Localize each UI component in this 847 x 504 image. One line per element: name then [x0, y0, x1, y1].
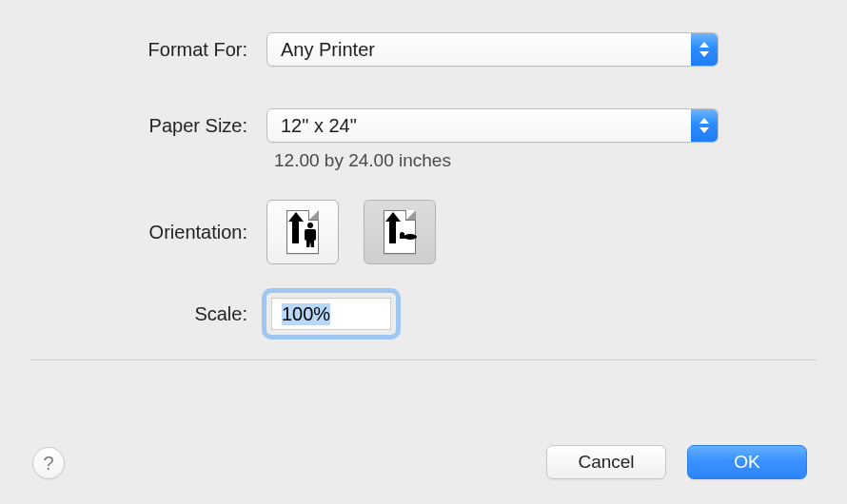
cancel-button[interactable]: Cancel: [546, 445, 666, 479]
svg-marker-3: [699, 127, 709, 133]
paper-size-description: 12.00 by 24.00 inches: [266, 150, 801, 171]
button-bar: Cancel OK: [546, 445, 807, 479]
updown-arrows-icon: [691, 109, 718, 142]
label-format-for: Format For:: [46, 39, 266, 61]
svg-marker-1: [699, 51, 709, 57]
scale-focus-ring: [266, 293, 396, 335]
label-paper-size: Paper Size:: [46, 115, 266, 137]
arrow-up-icon: [389, 221, 396, 243]
row-orientation: Orientation:: [46, 200, 801, 264]
arrow-up-icon: [292, 221, 299, 243]
row-scale: Scale:: [46, 293, 801, 335]
row-format-for: Format For: Any Printer: [46, 32, 801, 67]
page-setup-dialog: Format For: Any Printer Paper Size:: [0, 0, 847, 504]
svg-marker-0: [699, 42, 709, 48]
portrait-page-icon: [286, 210, 319, 254]
label-orientation: Orientation:: [46, 222, 266, 243]
scale-input[interactable]: [271, 298, 391, 330]
row-paper-size-desc: 12.00 by 24.00 inches: [46, 150, 801, 171]
row-paper-size: Paper Size: 12" x 24": [46, 108, 801, 143]
updown-arrows-icon: [691, 33, 718, 66]
ok-button[interactable]: OK: [687, 445, 807, 479]
format-for-value: Any Printer: [267, 39, 691, 61]
orientation-landscape-button[interactable]: [364, 200, 436, 264]
label-scale: Scale:: [46, 303, 266, 325]
separator: [30, 359, 817, 360]
landscape-page-icon: [384, 210, 416, 254]
orientation-portrait-button[interactable]: [266, 200, 339, 264]
person-lying-icon: [400, 230, 417, 242]
format-for-popup[interactable]: Any Printer: [266, 32, 719, 67]
help-button[interactable]: ?: [32, 447, 65, 479]
svg-marker-2: [699, 118, 709, 124]
person-icon: [305, 223, 316, 247]
paper-size-value: 12" x 24": [267, 115, 691, 137]
help-icon: ?: [43, 453, 53, 475]
form-area: Format For: Any Printer Paper Size:: [0, 0, 847, 335]
paper-size-popup[interactable]: 12" x 24": [266, 108, 719, 143]
